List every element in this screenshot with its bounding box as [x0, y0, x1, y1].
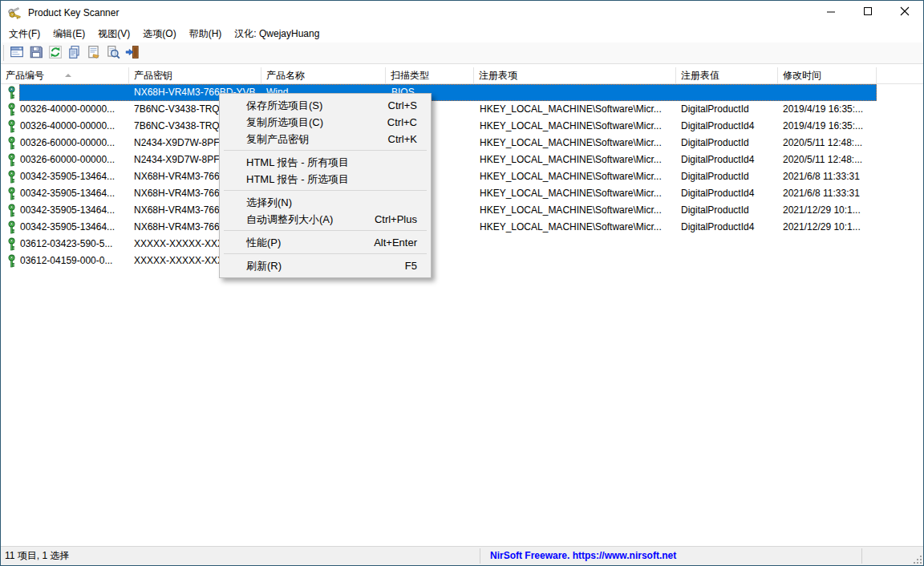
menu-item-1[interactable]: 编辑(E) — [47, 25, 91, 43]
minimize-button[interactable] — [813, 1, 849, 24]
context-menu-shortcut: Ctrl+S — [388, 99, 431, 111]
menu-item-3[interactable]: 选项(O) — [136, 25, 182, 43]
maximize-button[interactable] — [849, 1, 886, 24]
context-menu-item-0[interactable]: 保存所选项目(S)Ctrl+S — [220, 97, 431, 114]
cell-registry_value: DigitalProductId4 — [681, 185, 778, 202]
key-icon — [6, 220, 17, 237]
context-menu-item-5[interactable]: 选择列(N) — [220, 194, 431, 211]
cell-product_id: 03612-04159-000-0... — [20, 253, 129, 269]
context-menu-shortcut: F5 — [405, 260, 431, 272]
column-header-label: 产品编号 — [6, 70, 44, 81]
column-header-product_key[interactable]: 产品密钥 — [129, 67, 261, 83]
title-bar: Product Key Scanner — [1, 1, 923, 25]
save-icon — [29, 45, 43, 62]
find-icon — [106, 45, 120, 62]
column-header-label: 产品名称 — [266, 70, 305, 81]
key-icon — [6, 170, 17, 186]
context-menu-item-3[interactable]: HTML 报告 - 所有项目 — [220, 154, 431, 171]
context-menu-separator — [224, 253, 427, 254]
key-icon — [6, 204, 17, 220]
column-header-label: 修改时间 — [783, 70, 821, 81]
table-header: 产品编号产品密钥产品名称扫描类型注册表项注册表值修改时间 — [1, 67, 924, 84]
cell-product_id: 00342-35905-13464... — [20, 168, 129, 185]
cell-registry_key: HKEY_LOCAL_MACHINE\Software\Micr... — [480, 185, 676, 202]
menu-item-2[interactable]: 视图(V) — [91, 25, 136, 43]
save-button[interactable] — [26, 43, 46, 63]
report-window-button[interactable] — [7, 43, 26, 63]
menu-bar: 文件(F)编辑(E)视图(V)选项(O)帮助(H)汉化: QwejayHuang — [1, 25, 923, 42]
app-window: Product Key Scanner 文件(F)编辑(E)视图(V)选项(O)… — [0, 0, 924, 566]
column-header-label: 注册表项 — [479, 70, 517, 81]
cell-registry_value: DigitalProductId4 — [681, 152, 778, 168]
minimize-icon — [813, 0, 849, 26]
properties-button[interactable] — [84, 43, 103, 63]
cell-product_id: 00326-60000-00000... — [20, 152, 129, 168]
cell-modified_time: 2021/6/8 11:33:31 — [783, 168, 877, 185]
context-menu-item-1[interactable]: 复制所选项目(C)Ctrl+C — [220, 114, 431, 131]
context-menu-label: HTML 报告 - 所选项目 — [220, 172, 417, 187]
table-row[interactable]: NX68H-VR4M3-766BD-YVBWindBIOS — [1, 84, 924, 101]
column-header-registry_key[interactable]: 注册表项 — [474, 67, 676, 83]
context-menu-label: 性能(P) — [220, 236, 374, 250]
cell-product_id: 00326-60000-00000... — [20, 135, 129, 152]
copy-icon — [67, 45, 82, 62]
context-menu-label: 选择列(N) — [220, 196, 417, 210]
column-header-modified_time[interactable]: 修改时间 — [778, 67, 877, 83]
table-row[interactable]: 00326-60000-00000...N2434-X9D7W-8PFHKEY_… — [1, 152, 924, 168]
column-header-scan_type[interactable]: 扫描类型 — [386, 67, 474, 83]
menu-item-4[interactable]: 帮助(H) — [183, 25, 229, 43]
table-row[interactable]: 03612-03423-590-5...XXXXX-XXXXX-XXX — [1, 236, 924, 253]
table-row[interactable]: 00326-40000-00000...7B6NC-V3438-TRQHKEY_… — [1, 101, 924, 118]
column-header-product_name[interactable]: 产品名称 — [261, 67, 386, 83]
key-icon — [6, 237, 17, 253]
context-menu-item-2[interactable]: 复制产品密钥Ctrl+K — [220, 131, 431, 148]
context-menu-label: 保存所选项目(S) — [220, 99, 388, 113]
find-button[interactable] — [103, 43, 123, 63]
exit-button[interactable] — [123, 43, 142, 63]
column-header-product_id[interactable]: 产品编号 — [1, 67, 129, 83]
context-menu-separator — [224, 190, 427, 191]
cell-registry_key: HKEY_LOCAL_MACHINE\Software\Micr... — [480, 168, 676, 185]
context-menu-shortcut: Ctrl+C — [387, 116, 431, 128]
cell-modified_time: 2021/12/29 10:1... — [783, 202, 877, 219]
toolbar — [1, 42, 923, 64]
context-menu-item-4[interactable]: HTML 报告 - 所选项目 — [220, 171, 431, 188]
menu-item-5[interactable]: 汉化: QwejayHuang — [228, 25, 326, 43]
cell-modified_time: 2019/4/19 16:35:... — [783, 118, 877, 135]
resize-grip[interactable] — [912, 554, 922, 564]
cell-modified_time — [783, 84, 877, 101]
table-row[interactable]: 00342-35905-13464...NX68H-VR4M3-766HKEY_… — [1, 219, 924, 236]
cell-registry_value: DigitalProductId — [681, 168, 778, 185]
refresh-button[interactable] — [46, 43, 65, 63]
key-icon — [6, 103, 17, 119]
cell-registry_value: DigitalProductId — [681, 202, 778, 219]
table-row[interactable]: 00342-35905-13464...NX68H-VR4M3-766HKEY_… — [1, 168, 924, 185]
key-icon — [6, 254, 17, 270]
context-menu-item-8[interactable]: 刷新(R)F5 — [220, 257, 431, 274]
nirsoft-link[interactable]: NirSoft Freeware. https://www.nirsoft.ne… — [490, 547, 676, 565]
column-header-label: 注册表值 — [681, 70, 719, 81]
menu-item-0[interactable]: 文件(F) — [2, 25, 47, 43]
cell-modified_time: 2020/5/11 12:48:... — [783, 135, 877, 152]
key-icon — [6, 86, 17, 102]
properties-icon — [87, 45, 101, 62]
table-body: NX68H-VR4M3-766BD-YVBWindBIOS00326-40000… — [1, 84, 924, 546]
caption-buttons — [813, 1, 923, 25]
maximize-icon — [849, 0, 886, 26]
key-icon — [6, 153, 17, 169]
cell-product_id: 00342-35905-13464... — [20, 185, 129, 202]
context-menu-item-7[interactable]: 性能(P)Alt+Enter — [220, 234, 431, 251]
context-menu-item-6[interactable]: 自动调整列大小(A)Ctrl+Plus — [220, 211, 431, 228]
close-button[interactable] — [886, 1, 923, 24]
column-header-registry_value[interactable]: 注册表值 — [676, 67, 778, 83]
table-row[interactable]: 03612-04159-000-0...XXXXX-XXXXX-XXX — [1, 253, 924, 269]
refresh-icon — [48, 45, 63, 62]
table-row[interactable]: 00342-35905-13464...NX68H-VR4M3-766HKEY_… — [1, 202, 924, 219]
table-row[interactable]: 00342-35905-13464...NX68H-VR4M3-766HKEY_… — [1, 185, 924, 202]
table-row[interactable]: 00326-60000-00000...N2434-X9D7W-8PFHKEY_… — [1, 135, 924, 152]
table-row[interactable]: 00326-40000-00000...7B6NC-V3438-TRQHKEY_… — [1, 118, 924, 135]
column-header-label: 扫描类型 — [391, 70, 429, 81]
copy-button[interactable] — [65, 43, 84, 63]
context-menu-shortcut: Ctrl+Plus — [375, 213, 431, 225]
cell-modified_time: 2020/5/11 12:48:... — [783, 152, 877, 168]
